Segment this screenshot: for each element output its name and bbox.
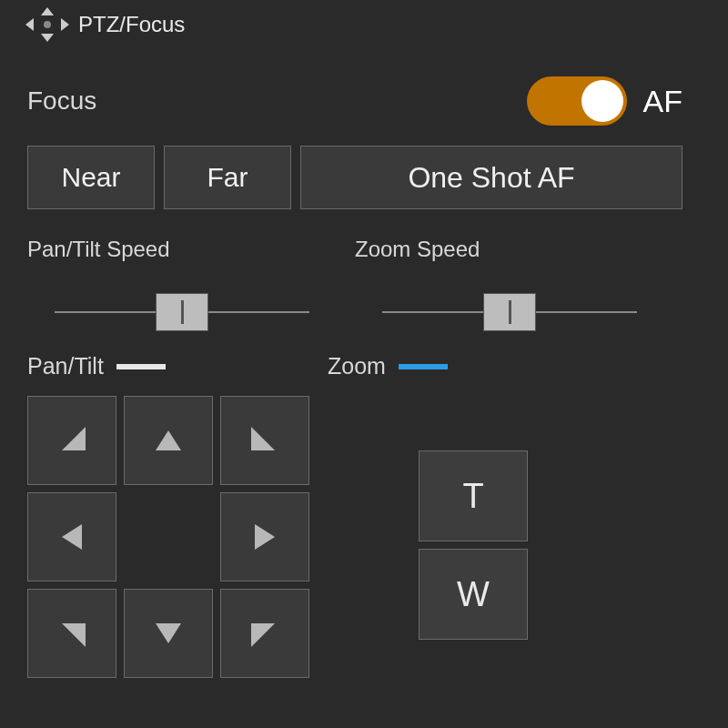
panel-title: PTZ/Focus [78,12,185,37]
pan-tilt-down-right-button[interactable] [220,589,309,678]
zoom-speed-slider[interactable] [382,289,637,335]
pan-tilt-bar-indicator [116,364,166,369]
toggle-knob [581,80,623,122]
pan-tilt-right-button[interactable] [220,492,309,581]
focus-far-button[interactable]: Far [164,146,291,209]
pan-tilt-speed-label: Pan/Tilt Speed [27,237,355,262]
pan-tilt-section-label: Pan/Tilt [27,353,104,379]
focus-label: Focus [27,86,96,116]
pan-tilt-left-button[interactable] [27,492,116,581]
arrow-up-icon [156,430,181,450]
pan-tilt-dpad [27,396,309,678]
zoom-speed-thumb[interactable] [483,293,536,331]
arrow-down-right-icon [251,623,275,647]
pan-tilt-up-right-button[interactable] [220,396,309,485]
zoom-section-label: Zoom [328,353,386,379]
focus-af-mode-label: AF [643,84,682,119]
arrow-down-icon [156,623,181,643]
arrow-up-right-icon [251,427,275,450]
pan-tilt-down-button[interactable] [124,589,213,678]
pan-tilt-speed-slider[interactable] [55,289,309,335]
focus-near-button[interactable]: Near [27,146,155,209]
arrow-left-icon [62,524,82,550]
pan-tilt-down-left-button[interactable] [27,589,116,678]
focus-one-shot-af-button[interactable]: One Shot AF [300,146,682,209]
zoom-wide-button[interactable]: W [419,549,528,640]
pan-tilt-up-left-button[interactable] [27,396,116,485]
pan-tilt-center-empty [124,492,213,581]
ptz-direction-icon [27,9,67,40]
pan-tilt-speed-thumb[interactable] [156,293,208,331]
pan-tilt-up-button[interactable] [124,396,213,485]
arrow-down-left-icon [62,623,86,647]
focus-af-toggle[interactable] [527,76,627,126]
zoom-speed-label: Zoom Speed [355,237,682,262]
arrow-right-icon [255,524,275,550]
zoom-tele-button[interactable]: T [419,450,528,541]
arrow-up-left-icon [62,427,86,450]
zoom-bar-indicator [399,364,448,369]
